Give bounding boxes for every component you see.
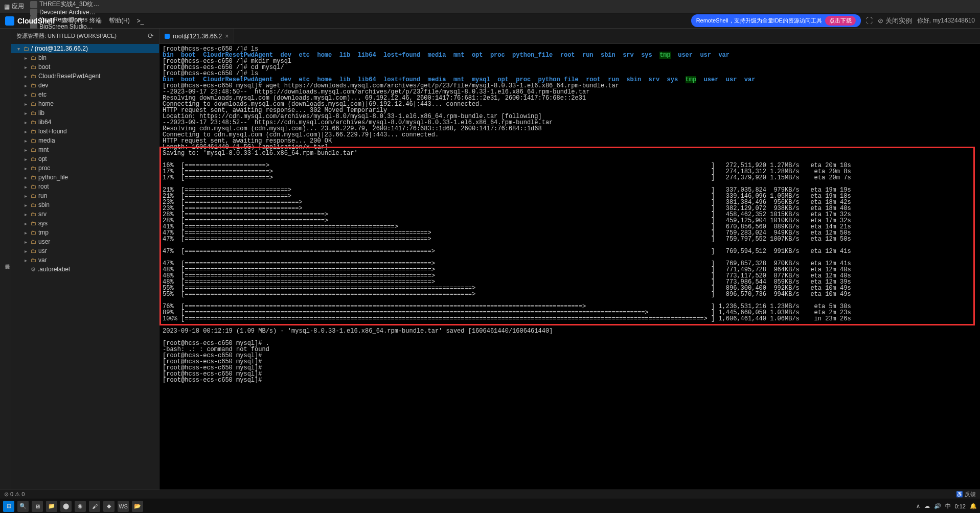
menu-help[interactable]: 帮助(H) xyxy=(109,16,130,25)
tree-item[interactable]: ▸🗀dev xyxy=(11,81,159,90)
menu-terminal[interactable]: 终端 xyxy=(89,16,102,25)
tree-item[interactable]: ▸🗀bin xyxy=(11,53,159,62)
tree-item[interactable]: ▸🗀run xyxy=(11,191,159,200)
tray-item[interactable]: 🔔 xyxy=(970,503,977,509)
tab-terminal[interactable]: root@121.36.66.2 × xyxy=(159,29,234,43)
status-problems[interactable]: ⊘ 0 ⚠ 0 xyxy=(4,491,25,498)
tree-item[interactable]: ▸🗀sbin xyxy=(11,200,159,209)
tree-item[interactable]: ▸🗀srv xyxy=(11,209,159,219)
tab-bar: root@121.36.66.2 × xyxy=(159,29,980,44)
brand-logo[interactable]: CloudShell xyxy=(5,16,55,26)
remote-shell-pill[interactable]: RemoteShell，支持升级为全量IDE的资源访问工具 点击下载 xyxy=(691,14,861,27)
tray-item[interactable]: 🔊 xyxy=(934,503,941,509)
menu-terminal-icon[interactable]: >_ xyxy=(137,17,144,25)
refresh-icon[interactable]: ⟳ xyxy=(148,32,154,40)
tree-item[interactable]: ▸🗀media xyxy=(11,136,159,145)
tray-item[interactable]: ☁ xyxy=(924,503,930,509)
taskbar-app4[interactable]: 🖌 xyxy=(89,501,100,512)
welcome-text: 你好, my1432448610 xyxy=(917,16,975,25)
search-button[interactable]: 🔍 xyxy=(17,501,29,512)
tree-item[interactable]: ▸🗀user xyxy=(11,237,159,246)
tree-root[interactable]: ▾🗀/ (root@121.36.66.2) xyxy=(11,44,159,53)
tree-item[interactable]: ▸🗀home xyxy=(11,99,159,108)
pill-text: RemoteShell，支持升级为全量IDE的资源访问工具 xyxy=(696,17,822,25)
taskbar-app7[interactable]: 📂 xyxy=(132,501,143,512)
tree-item[interactable]: ▸🗀boot xyxy=(11,62,159,72)
menu-view[interactable]: 查看(V) xyxy=(62,16,82,25)
file-tree[interactable]: ▾🗀/ (root@121.36.66.2)▸🗀bin▸🗀boot▸🗀Cloud… xyxy=(11,43,159,489)
tray-item[interactable]: ∧ xyxy=(916,503,920,509)
tree-item[interactable]: ▸🗀root xyxy=(11,182,159,191)
terminal-icon xyxy=(165,34,170,39)
tree-item[interactable]: ▸🗀lost+found xyxy=(11,127,159,136)
tree-item[interactable]: ▸🗀lib64 xyxy=(11,118,159,127)
tree-item[interactable]: ▸🗀CloudrResetPwdAgent xyxy=(11,72,159,81)
pill-download-btn[interactable]: 点击下载 xyxy=(825,16,856,26)
favicon-icon xyxy=(30,9,37,16)
tree-file-autorelabel[interactable]: ⚙.autorelabel xyxy=(11,265,159,274)
main-area: 资源管理器 资源管理器: UNTITLED (WORKSPACE) ⟳ ▾🗀/ … xyxy=(0,29,980,489)
taskbar-app6[interactable]: WS xyxy=(118,501,129,512)
cloud-icon xyxy=(5,16,14,26)
app-top-bar: CloudShell 查看(V) 终端 帮助(H) >_ RemoteShell… xyxy=(0,13,980,29)
tree-item[interactable]: ▸🗀python_file xyxy=(11,173,159,182)
file-explorer-sidebar: 资源管理器: UNTITLED (WORKSPACE) ⟳ ▾🗀/ (root@… xyxy=(11,29,159,489)
taskbar-app5[interactable]: ◆ xyxy=(103,501,115,512)
tree-item[interactable]: ▸🗀usr xyxy=(11,246,159,255)
close-instance-btn[interactable]: ⊘ 关闭实例 xyxy=(878,16,912,26)
tree-item[interactable]: ▸🗀proc xyxy=(11,164,159,173)
taskbar-app3[interactable]: ⬤ xyxy=(60,501,72,512)
activity-bar[interactable]: 资源管理器 xyxy=(0,29,11,489)
taskbar-chrome[interactable]: ◉ xyxy=(75,501,86,512)
tree-item[interactable]: ▸🗀var xyxy=(11,255,159,265)
tray-item[interactable]: 中 xyxy=(945,502,951,510)
tree-item[interactable]: ▸🗀sys xyxy=(11,219,159,228)
editor-area: root@121.36.66.2 × [root@hcss-ecs-c650 /… xyxy=(159,29,980,489)
brand-text: CloudShell xyxy=(17,17,55,25)
favicon-icon xyxy=(30,1,37,8)
taskbar-app1[interactable]: 🖥 xyxy=(32,501,43,512)
tab-label: root@121.36.66.2 xyxy=(173,33,222,40)
status-bar: ⊘ 0 ⚠ 0 ♿ 反馈 xyxy=(0,489,980,499)
tree-item[interactable]: ▸🗀mnt xyxy=(11,145,159,154)
browser-bookmarks-bar: ▦ 应用 资讯_哔哩哔哩 ( ˘･...汇编语言 | 寄存器…C++ 中 Win… xyxy=(0,0,980,13)
tree-item[interactable]: ▸🗀etc xyxy=(11,90,159,99)
windows-taskbar: ⊞ 🔍 🖥 📁 ⬤ ◉ 🖌 ◆ WS 📂 ∧☁🔊中0:12🔔 xyxy=(0,499,980,513)
sidebar-title: 资源管理器: UNTITLED (WORKSPACE) xyxy=(16,32,117,40)
tree-item[interactable]: ▸🗀tmp xyxy=(11,228,159,237)
tree-item[interactable]: ▸🗀lib xyxy=(11,108,159,118)
tree-item[interactable]: ▸🗀opt xyxy=(11,154,159,164)
close-icon[interactable]: × xyxy=(225,33,229,40)
tray-item[interactable]: 0:12 xyxy=(955,503,966,509)
bookmark-item[interactable]: Devcenter Archive… xyxy=(30,9,99,16)
terminal-panel[interactable]: [root@hcss-ecs-c650 /]# ls bin boot Clou… xyxy=(159,44,980,489)
status-feedback[interactable]: ♿ 反馈 xyxy=(956,491,976,498)
apps-label: 应用 xyxy=(12,2,24,11)
apps-menu[interactable]: ▦ 应用 xyxy=(4,2,24,11)
taskbar-app2[interactable]: 📁 xyxy=(46,501,57,512)
bookmark-item[interactable]: THREE实战4_3D纹… xyxy=(30,0,99,9)
fullscreen-icon[interactable]: ⛶ xyxy=(866,17,873,25)
start-button[interactable]: ⊞ xyxy=(3,501,14,512)
